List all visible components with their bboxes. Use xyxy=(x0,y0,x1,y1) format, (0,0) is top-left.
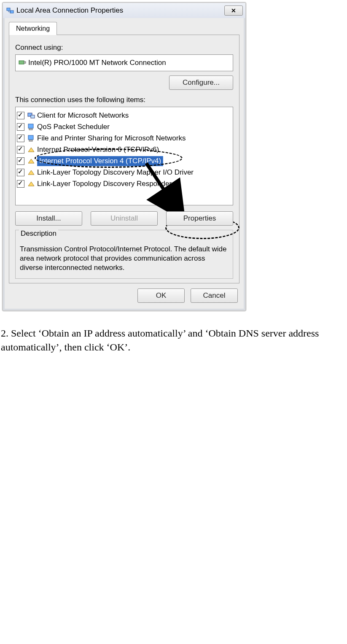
install-button[interactable]: Install... xyxy=(15,211,82,226)
description-text: Transmission Control Protocol/Internet P… xyxy=(20,245,229,272)
checkbox[interactable] xyxy=(17,169,24,176)
protocol-icon xyxy=(27,169,35,176)
item-label: Internet Protocol Version 4 (TCP/IPv4) xyxy=(37,156,163,166)
item-label: Internet Protocol Version 6 (TCP/IPv6) xyxy=(37,146,159,154)
adapter-name: Intel(R) PRO/1000 MT Network Connection xyxy=(28,59,166,67)
network-icon xyxy=(6,7,14,14)
description-group: Description Transmission Control Protoco… xyxy=(15,230,233,279)
svg-rect-3 xyxy=(24,62,26,63)
properties-button[interactable]: Properties xyxy=(166,211,233,226)
connect-using-label: Connect using: xyxy=(15,43,233,52)
close-button[interactable]: ✕ xyxy=(224,5,243,16)
item-label: QoS Packet Scheduler xyxy=(37,123,110,131)
svg-rect-6 xyxy=(28,124,33,128)
ok-button[interactable]: OK xyxy=(137,288,185,303)
svg-rect-9 xyxy=(29,140,32,141)
qos-icon xyxy=(27,123,35,131)
list-item[interactable]: Client for Microsoft Networks xyxy=(16,110,232,121)
checkbox[interactable] xyxy=(17,112,24,119)
dialog-title: Local Area Connection Properties xyxy=(16,6,224,15)
items-label: This connection uses the following items… xyxy=(15,96,233,104)
properties-dialog: Local Area Connection Properties ✕ Netwo… xyxy=(2,2,246,311)
item-label: File and Printer Sharing for Microsoft N… xyxy=(37,134,186,143)
checkbox[interactable] xyxy=(17,146,24,154)
adapter-field[interactable]: Intel(R) PRO/1000 MT Network Connection xyxy=(15,54,233,71)
list-item[interactable]: Internet Protocol Version 6 (TCP/IPv6) xyxy=(16,144,232,155)
svg-rect-5 xyxy=(31,115,35,118)
protocol-icon xyxy=(27,180,35,188)
uninstall-button: Uninstall xyxy=(91,211,158,226)
item-label: Link-Layer Topology Discovery Mapper I/O… xyxy=(37,168,194,177)
list-item[interactable]: Link-Layer Topology Discovery Mapper I/O… xyxy=(16,167,232,178)
protocol-icon xyxy=(27,157,35,165)
svg-rect-2 xyxy=(19,61,24,64)
checkbox[interactable] xyxy=(17,135,24,142)
titlebar[interactable]: Local Area Connection Properties ✕ xyxy=(3,3,245,18)
list-item[interactable]: File and Printer Sharing for Microsoft N… xyxy=(16,132,232,144)
svg-rect-8 xyxy=(28,135,33,140)
svg-rect-7 xyxy=(29,129,32,130)
tab-networking[interactable]: Networking xyxy=(9,22,57,35)
checkbox[interactable] xyxy=(17,123,24,131)
list-item-selected[interactable]: Internet Protocol Version 4 (TCP/IPv4) xyxy=(16,155,232,167)
svg-rect-0 xyxy=(7,8,10,11)
list-item[interactable]: QoS Packet Scheduler xyxy=(16,121,232,132)
description-legend: Description xyxy=(19,229,58,238)
configure-button[interactable]: Configure... xyxy=(169,75,233,90)
items-listbox[interactable]: Client for Microsoft Networks QoS Packet… xyxy=(15,107,233,205)
close-icon: ✕ xyxy=(231,7,236,14)
fileprint-icon xyxy=(27,135,35,142)
list-item[interactable]: Link-Layer Topology Discovery Responder xyxy=(16,178,232,189)
adapter-icon xyxy=(18,59,27,67)
instruction-step-2: 2. Select ‘Obtain an IP address automati… xyxy=(1,326,347,354)
item-label: Client for Microsoft Networks xyxy=(37,111,129,120)
item-label: Link-Layer Topology Discovery Responder xyxy=(37,180,172,188)
checkbox[interactable] xyxy=(17,180,24,188)
protocol-icon xyxy=(27,146,35,154)
client-icon xyxy=(27,112,35,119)
tab-panel: Connect using: Intel(R) PRO/1000 MT Netw… xyxy=(9,35,239,283)
checkbox[interactable] xyxy=(17,157,24,165)
cancel-button[interactable]: Cancel xyxy=(191,288,238,303)
